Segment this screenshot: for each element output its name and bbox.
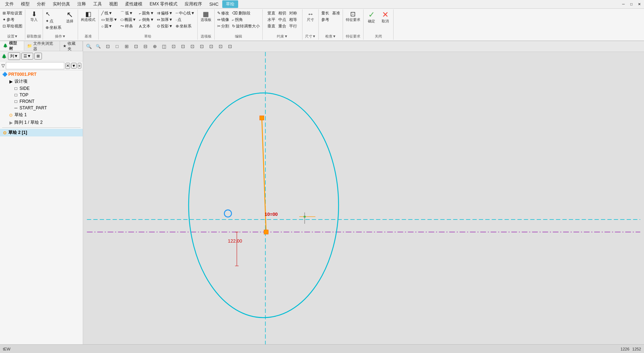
btn-spline[interactable]: 〜 样条 [119,23,137,29]
view4-button[interactable]: ⊡ [132,43,140,51]
menu-view[interactable]: 视图 [106,0,121,8]
btn-project[interactable]: ⊙ 投影▼ [156,23,174,29]
menu-sketch[interactable]: 草绘 [222,0,238,8]
view6-button[interactable]: ⊕ [150,43,159,51]
btn-delete-segment[interactable]: ⌫ 删除段 [231,10,261,16]
btn-point2[interactable]: · 点 [175,17,196,23]
tree-item-array[interactable]: ▶ 阵列 1 / 草绘 2 [0,119,83,126]
menu-tools[interactable]: 工具 [90,0,106,8]
btn-palette[interactable]: ▦ 选项板 [199,10,213,23]
menu-emx[interactable]: EMX 零件模式 [146,0,181,8]
point-bottom[interactable] [264,230,268,234]
btn-thicken[interactable]: ⇔ 加厚▼ [156,17,174,23]
maximize-button[interactable]: □ [628,1,635,8]
tab-favorites[interactable]: ★ 收藏夹 [60,41,83,51]
view12-button[interactable]: ⊡ [207,43,215,51]
btn-coordinate[interactable]: ⊕ 坐标系 [44,25,63,31]
filter-input[interactable] [6,62,64,69]
btn-circle[interactable]: ○ 圆▼ [100,23,119,29]
tree-item-side[interactable]: □ SIDE [0,85,83,92]
view3-button[interactable]: ⊞ [122,43,131,51]
btn-reference2[interactable]: 参考 [320,17,330,23]
menu-flex[interactable]: 柔性建模 [121,0,146,8]
btn-select-arrow[interactable]: ↖ [44,10,63,18]
filter-add-button[interactable]: ▼ [71,63,77,69]
menu-model[interactable]: 模型 [17,0,33,8]
btn-vertical[interactable]: 竖直 [266,10,276,16]
tree-item-top[interactable]: □ TOP [0,92,83,98]
tree-item-prt[interactable]: 🔷 PRT0001.PRT [0,71,83,78]
menu-analysis[interactable]: 分析 [33,0,49,8]
btn-centerline[interactable]: ┄ 中心线▼ [175,10,196,16]
tree-item-front[interactable]: □ FRONT [0,98,83,105]
btn-datum2[interactable]: 基准 [331,10,341,16]
btn-fillet[interactable]: ⌐ 圆角▼ [138,10,155,16]
btn-offset[interactable]: ⇉ 偏移▼ [156,10,174,16]
view14-button[interactable]: ⊡ [226,43,234,51]
btn-sketch-view[interactable]: ⊡ 草绘视图 [1,23,23,29]
menu-annotation[interactable]: 注释 [74,0,90,8]
btn-import[interactable]: ⬇ 导入 [27,10,40,23]
btn-horizontal[interactable]: 水平 [266,17,276,23]
btn-sketch-settings[interactable]: ⊞ 草绘设置 [1,10,23,16]
filter-clear-button[interactable]: ✕ [65,63,70,69]
tree-item-startpart[interactable]: ─ START_PART [0,105,83,111]
btn-coord2[interactable]: ⊕ 坐标系 [175,23,196,29]
view11-button[interactable]: ⊡ [197,43,206,51]
menu-apps[interactable]: 应用程序 [181,0,206,8]
tree-sort-button[interactable]: 列▼ [8,52,20,60]
btn-reference[interactable]: ✦ 参考 [1,17,23,23]
btn-symmetric[interactable]: 对称 [288,10,298,16]
view5-button[interactable]: ⊟ [141,43,150,51]
frame-button[interactable]: □ [113,43,121,51]
btn-tangent[interactable]: 相切 [277,10,287,16]
tree-item-sketch1[interactable]: ⊙ 草绘 1 [0,111,83,119]
tab-file-browser[interactable]: 📁 文件夹浏览器 [24,41,60,51]
view13-button[interactable]: ⊡ [216,43,225,51]
btn-coincident[interactable]: 重合 [277,23,287,29]
btn-equal[interactable]: 相等 [288,17,298,23]
btn-measure-length[interactable]: 量长 [320,10,330,16]
close-button[interactable]: ✕ [636,1,643,8]
btn-arc[interactable]: ⌒ 弧▼ [119,10,137,16]
btn-split[interactable]: ✂ 分割 [216,23,230,29]
menu-simulation[interactable]: 实时仿真 [49,0,74,8]
btn-dimension[interactable]: ↔ 尺寸 [304,10,317,23]
tree-expand-button[interactable]: ⊞ [34,53,42,60]
btn-point[interactable]: ✦ 点 [44,18,63,24]
menu-file[interactable]: 文件 [1,0,17,8]
minimize-button[interactable]: ─ [620,1,627,8]
btn-parallel[interactable]: 平行 [288,23,298,29]
view7-button[interactable]: ◫ [160,43,168,51]
btn-rectangle[interactable]: ▭ 矩形▼ [100,17,119,23]
btn-corner[interactable]: ⌐ 拐角 [231,17,261,23]
tree-view-button[interactable]: ☰▼ [21,53,33,60]
fit-view-button[interactable]: ⊡ [103,43,112,51]
zoom-out-button[interactable]: 🔍 [94,43,103,51]
zoom-in-button[interactable]: 🔍 [85,43,93,51]
btn-text[interactable]: A 文本 [138,23,155,29]
btn-rotate-resize[interactable]: ↻ 旋转调整大小 [231,23,261,29]
tab-model-tree[interactable]: 🌲 模型树 [0,41,24,51]
view9-button[interactable]: ⊡ [179,43,187,51]
btn-select[interactable]: ↖ 选择 [63,10,76,24]
btn-ellipse[interactable]: ⬭ 椭圆▼ [119,17,137,23]
view8-button[interactable]: ⊡ [169,43,178,51]
canvas[interactable]: 10=00 122.00 [83,52,644,344]
btn-modify[interactable]: ✎ 修改 [216,10,230,16]
btn-feature-requirements[interactable]: ⊡ 特征要求 [344,10,362,23]
view10-button[interactable]: ⊡ [188,43,197,51]
btn-construction-mode[interactable]: ◧ 构造模式 [80,10,97,23]
btn-confirm[interactable]: ✓ 确定 [365,10,378,24]
btn-line[interactable]: ╱ 线▼ [100,10,119,16]
menu-shc[interactable]: SHC [206,1,222,8]
point-top[interactable] [260,116,264,120]
filter-plus-button[interactable]: + [78,63,81,69]
btn-perpendicular[interactable]: 垂直 [266,23,276,29]
tree-item-sketch2[interactable]: ⊙ 草绘 2 [1] [0,129,83,136]
tree-item-design[interactable]: ▶ 设计项 [0,78,83,85]
btn-midpoint[interactable]: 中点 [277,17,287,23]
btn-mirror[interactable]: ⇔ 镜像 [216,17,230,23]
btn-chamfer[interactable]: ⌐ 倒角▼ [138,17,155,23]
btn-cancel[interactable]: ✕ 取消 [379,10,392,24]
